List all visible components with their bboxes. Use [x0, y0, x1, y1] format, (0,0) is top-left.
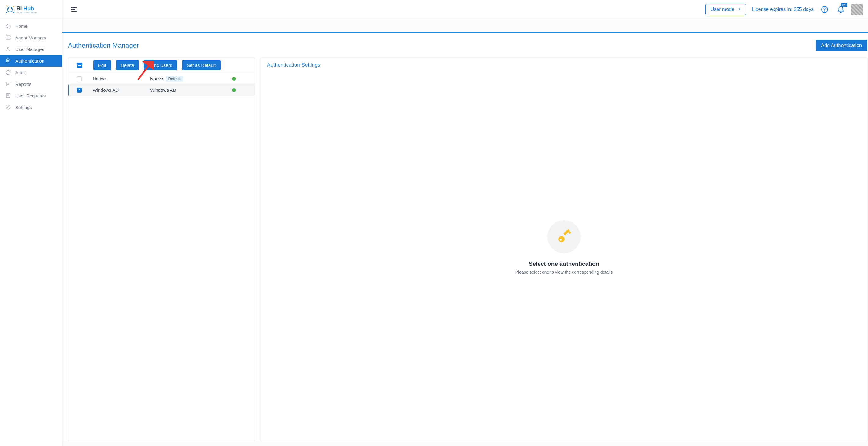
- main-content: Authentication Manager Add Authenticatio…: [62, 19, 868, 446]
- page-header: Authentication Manager Add Authenticatio…: [62, 40, 868, 58]
- sidebar-item-label: Settings: [15, 105, 32, 110]
- svg-point-22: [7, 36, 7, 37]
- sidebar: Home Agent Manager User Manager Authenti…: [0, 19, 62, 446]
- sidebar-item-label: Audit: [15, 70, 26, 75]
- sidebar-item-label: Reports: [15, 81, 31, 87]
- notification-bell[interactable]: 31: [837, 5, 845, 14]
- gear-icon: [5, 104, 11, 110]
- svg-point-30: [8, 107, 9, 108]
- select-all-checkbox[interactable]: [77, 63, 82, 68]
- settings-panel-title: Authentication Settings: [261, 58, 867, 72]
- sidebar-item-user-requests[interactable]: User Requests: [0, 90, 62, 101]
- svg-line-11: [12, 11, 14, 12]
- svg-line-10: [7, 11, 8, 12]
- svg-point-19: [824, 11, 825, 11]
- status-indicator: [232, 88, 236, 92]
- table-row[interactable]: Native Native Default: [68, 73, 255, 84]
- sidebar-item-label: Agent Manager: [15, 35, 47, 40]
- empty-state: Select one authentication Please select …: [261, 72, 867, 441]
- sidebar-item-reports[interactable]: Reports: [0, 78, 62, 90]
- sidebar-item-label: User Manager: [15, 47, 44, 52]
- auth-name: Native: [93, 76, 150, 81]
- table-row[interactable]: Windows AD Windows AD: [68, 84, 255, 96]
- authentication-settings-panel: Authentication Settings Select one authe…: [260, 58, 867, 441]
- empty-state-title: Select one authentication: [529, 261, 599, 267]
- sidebar-item-audit[interactable]: Audit: [0, 67, 62, 78]
- sidebar-item-agent-manager[interactable]: Agent Manager: [0, 32, 62, 43]
- auth-type: Native Default: [150, 76, 232, 81]
- user-mode-button[interactable]: User mode: [705, 4, 746, 15]
- delete-button[interactable]: Delete: [116, 60, 139, 70]
- notification-count: 31: [841, 3, 847, 7]
- empty-state-subtitle: Please select one to view the correspond…: [515, 270, 613, 275]
- help-icon[interactable]: [821, 6, 828, 13]
- logo-icon: BIHub YOUR BI SEARCH ENGINE: [5, 4, 45, 15]
- page-title: Authentication Manager: [68, 41, 139, 49]
- server-icon: [5, 35, 11, 40]
- menu-toggle-icon[interactable]: [70, 6, 78, 13]
- report-icon: [5, 81, 11, 87]
- add-authentication-button[interactable]: Add Authentication: [816, 40, 867, 51]
- svg-point-23: [7, 38, 7, 39]
- status-indicator: [232, 77, 236, 81]
- svg-line-9: [12, 7, 13, 7]
- svg-point-24: [7, 47, 9, 49]
- chevron-right-icon: [737, 7, 741, 12]
- svg-point-3: [9, 10, 10, 11]
- svg-point-33: [558, 236, 565, 242]
- svg-line-8: [7, 6, 8, 7]
- edit-button[interactable]: Edit: [93, 60, 111, 70]
- sidebar-item-user-manager[interactable]: User Manager: [0, 43, 62, 55]
- user-icon: [5, 46, 11, 52]
- svg-text:BI: BI: [17, 5, 22, 11]
- sidebar-item-authentication[interactable]: Authentication: [0, 55, 62, 67]
- sidebar-item-label: User Requests: [15, 93, 45, 98]
- key-icon: [548, 220, 581, 253]
- svg-point-2: [11, 8, 11, 8]
- refresh-icon: [5, 70, 11, 75]
- sidebar-item-home[interactable]: Home: [0, 20, 62, 32]
- auth-name: Windows AD: [93, 88, 150, 93]
- svg-point-34: [560, 239, 562, 241]
- user-mode-label: User mode: [711, 7, 734, 12]
- sidebar-item-settings[interactable]: Settings: [0, 101, 62, 113]
- request-icon: [5, 93, 11, 98]
- toolbar: Edit Delete Sync Users Set as Default: [68, 58, 255, 73]
- row-checkbox[interactable]: [77, 76, 82, 81]
- avatar[interactable]: [851, 4, 863, 15]
- svg-text:Hub: Hub: [24, 5, 34, 11]
- row-checkbox[interactable]: [77, 88, 82, 93]
- license-text[interactable]: License expires in: 255 days: [752, 7, 813, 12]
- fingerprint-icon: [5, 58, 11, 64]
- svg-text:YOUR BI SEARCH ENGINE: YOUR BI SEARCH ENGINE: [17, 12, 37, 14]
- sidebar-item-label: Home: [15, 24, 28, 29]
- sidebar-item-label: Authentication: [15, 58, 44, 64]
- content-card: Authentication Manager Add Authenticatio…: [62, 32, 868, 441]
- default-badge: Default: [166, 76, 183, 81]
- authentication-list-panel: Edit Delete Sync Users Set as Default Na…: [68, 58, 255, 441]
- svg-point-1: [8, 8, 8, 8]
- home-icon: [5, 23, 11, 29]
- set-default-button[interactable]: Set as Default: [182, 60, 220, 70]
- topbar: BIHub YOUR BI SEARCH ENGINE User mode Li…: [0, 0, 868, 19]
- auth-type: Windows AD: [150, 88, 232, 93]
- logo[interactable]: BIHub YOUR BI SEARCH ENGINE: [0, 0, 62, 19]
- sync-users-button[interactable]: Sync Users: [144, 60, 177, 70]
